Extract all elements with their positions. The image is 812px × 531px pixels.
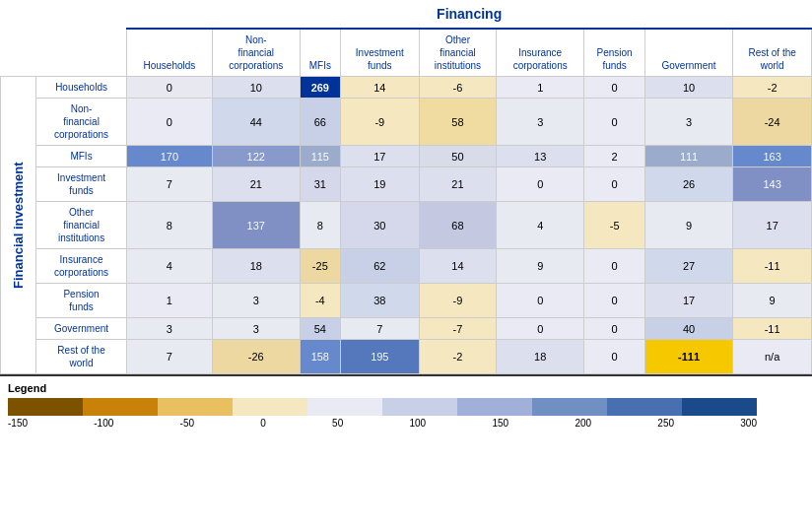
cell-7-2: 54 [301,318,341,340]
cell-2-7: 111 [644,146,733,167]
cell-5-3: 62 [340,249,419,284]
row-header-pension: Pensionfunds [35,284,127,318]
cell-1-3: -9 [340,99,419,146]
cell-0-4: -6 [420,77,497,99]
cell-4-4: 68 [420,202,497,249]
cell-6-4: -9 [420,284,497,318]
legend-seg-1 [8,398,83,416]
cell-8-2: 158 [301,340,341,374]
cell-7-7: 40 [644,318,733,340]
legend-seg-7 [457,398,532,416]
cell-6-5: 0 [496,284,584,318]
cell-7-6: 0 [584,318,644,340]
col-header-mfis: MFIs [301,29,341,77]
col-header-households: Households [127,29,212,77]
cell-0-1: 10 [212,77,301,99]
cell-5-7: 27 [644,249,733,284]
cell-4-2: 8 [301,202,341,249]
cell-7-4: -7 [420,318,497,340]
cell-3-5: 0 [496,167,584,202]
cell-6-8: 9 [733,284,812,318]
cell-6-7: 17 [644,284,733,318]
row-header-investment: Investmentfunds [35,167,127,202]
cell-8-7: -111 [644,340,733,374]
row-header-insurance: Insurancecorporations [35,249,127,284]
cell-0-5: 1 [496,77,584,99]
cell-6-0: 1 [127,284,212,318]
col-header-investment: Investmentfunds [340,29,419,77]
cell-3-0: 7 [127,167,212,202]
cell-3-7: 26 [644,167,733,202]
col-header-row: Rest of theworld [733,29,812,77]
cell-6-2: -4 [301,284,341,318]
cell-1-6: 0 [584,99,644,146]
cell-5-2: -25 [301,249,341,284]
cell-2-5: 13 [496,146,584,167]
legend-label-4: 50 [332,418,343,429]
cell-6-3: 38 [340,284,419,318]
cell-2-0: 170 [127,146,212,167]
cell-8-5: 18 [496,340,584,374]
legend-label-0: -150 [8,418,28,429]
cell-8-3: 195 [340,340,419,374]
cell-1-1: 44 [212,99,301,146]
cell-7-8: -11 [733,318,812,340]
cell-8-4: -2 [420,340,497,374]
cell-0-8: -2 [733,77,812,99]
financing-header: Financing [127,0,812,29]
legend-seg-2 [83,398,158,416]
cell-7-1: 3 [212,318,301,340]
cell-5-1: 18 [212,249,301,284]
cell-2-4: 50 [420,146,497,167]
cell-1-7: 3 [644,99,733,146]
legend-label-6: 150 [492,418,508,429]
cell-2-6: 2 [584,146,644,167]
legend-title: Legend [8,382,804,394]
cell-4-1: 137 [212,202,301,249]
cell-2-8: 163 [733,146,812,167]
cell-0-3: 14 [340,77,419,99]
col-header-nonfinancial: Non-financialcorporations [212,29,301,77]
legend-label-7: 200 [575,418,591,429]
legend-seg-3 [158,398,233,416]
cell-8-6: 0 [584,340,644,374]
legend-label-5: 100 [410,418,427,429]
legend-section: Legend -150 -100 -50 0 50 100 150 200 25… [0,374,812,436]
cell-5-5: 9 [496,249,584,284]
cell-1-2: 66 [301,99,341,146]
cell-6-6: 0 [584,284,644,318]
cell-1-4: 58 [420,99,497,146]
cell-4-8: 17 [733,202,812,249]
cell-1-0: 0 [127,99,212,146]
cell-1-5: 3 [496,99,584,146]
row-header-nonfinancial: Non-financialcorporations [35,99,127,146]
cell-5-8: -11 [733,249,812,284]
legend-seg-5 [307,398,382,416]
col-header-insurance: Insurancecorporations [496,29,584,77]
legend-seg-6 [382,398,457,416]
cell-3-2: 31 [301,167,341,202]
cell-4-6: -5 [584,202,644,249]
cell-4-7: 9 [644,202,733,249]
cell-7-0: 3 [127,318,212,340]
cell-3-4: 21 [420,167,497,202]
cell-0-0: 0 [127,77,212,99]
cell-3-8: 143 [733,167,812,202]
legend-seg-9 [607,398,682,416]
legend-seg-4 [233,398,307,416]
legend-label-8: 250 [657,418,674,429]
cell-6-1: 3 [212,284,301,318]
cell-0-6: 0 [584,77,644,99]
col-header-government: Government [644,29,733,77]
row-header-mfis: MFIs [35,146,127,167]
cell-3-1: 21 [212,167,301,202]
cell-2-3: 17 [340,146,419,167]
row-header-row: Rest of theworld [35,340,127,374]
row-header-government: Government [35,318,127,340]
legend-label-1: -100 [94,418,113,429]
row-header-other: Otherfinancialinstitutions [35,202,127,249]
legend-label-2: -50 [180,418,194,429]
legend-label-9: 300 [740,418,757,429]
col-header-other: Otherfinancialinstitutions [420,29,497,77]
cell-1-8: -24 [733,99,812,146]
